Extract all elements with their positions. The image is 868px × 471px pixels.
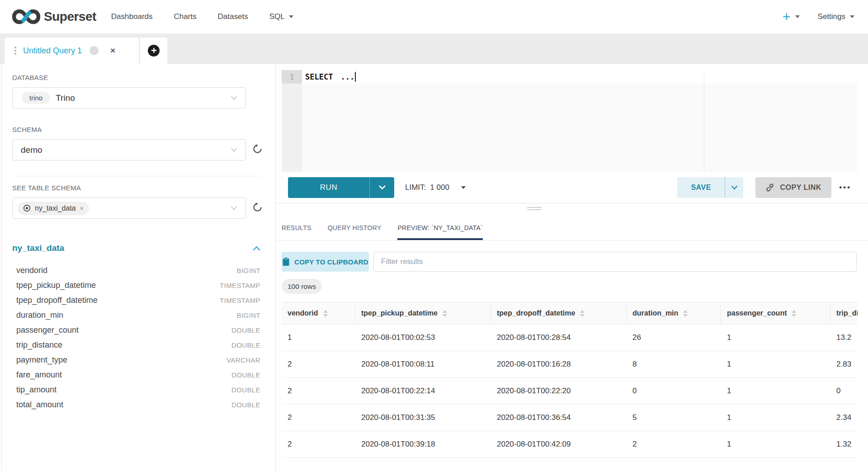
chevron-down-icon[interactable]	[850, 15, 854, 18]
add-tab-button[interactable]	[148, 45, 160, 57]
column-name: passenger_count	[16, 325, 79, 335]
copy-to-clipboard-button[interactable]: COPY TO CLIPBOARD	[282, 252, 369, 272]
table-cell: 2020-08-01T00:28:54	[491, 325, 627, 351]
table-cell: 2020-08-01T00:22:14	[355, 378, 491, 404]
plus-icon	[151, 47, 157, 53]
nav-links: Dashboards Charts Datasets SQL	[111, 12, 315, 21]
drag-handle-icon[interactable]	[14, 47, 16, 55]
pane-drag-handle[interactable]	[527, 207, 542, 210]
editor-code-area[interactable]: SELECT ...	[302, 70, 858, 172]
tab-results[interactable]: RESULTS	[282, 217, 311, 240]
schema-column-row: total_amount DOUBLE	[12, 397, 260, 412]
column-name: duration_min	[16, 311, 63, 320]
column-name: tip_amount	[16, 385, 57, 395]
nav-charts[interactable]: Charts	[174, 12, 197, 21]
table-row: 22020-08-01T00:08:112020-08-01T00:16:288…	[282, 351, 858, 378]
table-chip: ny_taxi_data ×	[18, 202, 89, 215]
table-schema-panel: ny_taxi_data vendorid BIGINT tpep_pickup…	[12, 243, 260, 412]
table-select[interactable]: ny_taxi_data ×	[12, 198, 246, 219]
table-header-cell[interactable]: tpep_pickup_datetime	[355, 302, 491, 324]
table-header-cell[interactable]: trip_distance	[830, 302, 858, 324]
table-header-cell[interactable]: tpep_dropoff_datetime	[491, 302, 627, 324]
table-cell: 2.83	[830, 351, 858, 377]
table-cell: 2	[282, 405, 355, 431]
run-options-caret[interactable]	[370, 185, 394, 190]
chevron-down-icon	[289, 15, 293, 18]
table-cell: 26	[627, 325, 721, 351]
chevron-down-icon[interactable]	[795, 15, 800, 18]
table-cell: 1	[721, 378, 830, 404]
schema-select[interactable]: demo	[12, 139, 246, 160]
sql-editor[interactable]: 1 SELECT ...	[282, 70, 858, 172]
schema-column-row: trip_distance DOUBLE	[12, 338, 260, 353]
sort-icon[interactable]	[580, 310, 585, 317]
table-header-cell[interactable]: duration_min	[627, 302, 721, 324]
settings-menu[interactable]: Settings	[818, 12, 845, 21]
print-margin-line	[704, 70, 704, 172]
table-name-heading[interactable]: ny_taxi_data	[12, 243, 64, 253]
nav-dashboards[interactable]: Dashboards	[111, 12, 153, 21]
remove-table-icon[interactable]: ×	[80, 205, 84, 212]
sidebar-divider	[12, 176, 262, 176]
table-cell: 8	[627, 351, 721, 377]
new-item-button[interactable]: +	[783, 10, 791, 24]
nav-datasets[interactable]: Datasets	[218, 12, 248, 21]
sort-icon[interactable]	[323, 310, 328, 317]
schema-column-row: passenger_count DOUBLE	[12, 323, 260, 338]
save-options-caret[interactable]	[725, 185, 743, 190]
brand[interactable]: Superset	[12, 8, 96, 26]
limit-dropdown[interactable]: LIMIT: 1 000	[405, 183, 466, 192]
schema-column-row: tpep_pickup_datetime TIMESTAMP	[12, 278, 260, 293]
table-header-row: vendorid tpep_pickup_datetime tpep_dropo…	[282, 302, 858, 325]
save-button[interactable]: SAVE	[677, 177, 743, 198]
copy-link-button[interactable]: COPY LINK	[755, 177, 831, 198]
column-type: BIGINT	[237, 267, 260, 274]
line-number: 1	[282, 70, 302, 84]
table-cell: 2	[282, 351, 355, 377]
column-name: payment_type	[16, 355, 67, 365]
column-type: DOUBLE	[231, 401, 260, 409]
sort-icon[interactable]	[683, 310, 688, 317]
close-tab-icon[interactable]: ×	[110, 46, 115, 56]
tab-preview[interactable]: PREVIEW: `NY_TAXI_DATA`	[397, 217, 483, 240]
schema-column-row: fare_amount DOUBLE	[12, 367, 260, 382]
schema-column-row: payment_type VARCHAR	[12, 353, 260, 367]
table-header-cell[interactable]: passenger_count	[721, 302, 830, 324]
query-tabstrip: Untitled Query 1 ×	[0, 34, 868, 64]
sort-icon[interactable]	[443, 310, 447, 317]
column-name: fare_amount	[16, 370, 62, 380]
table-cell: 2020-08-01T00:22:20	[491, 378, 627, 404]
table-cell: 1	[721, 405, 830, 431]
database-badge: trino	[22, 92, 50, 104]
column-name: total_amount	[16, 400, 63, 410]
chevron-down-icon	[231, 147, 237, 152]
tab-untitled-query[interactable]: Untitled Query 1 ×	[5, 38, 139, 64]
nav-sql[interactable]: SQL	[269, 12, 293, 21]
table-cell: 1	[282, 325, 355, 351]
refresh-schema-icon[interactable]	[252, 143, 263, 156]
sort-icon[interactable]	[792, 310, 796, 317]
column-type: TIMESTAMP	[220, 282, 260, 289]
column-type: DOUBLE	[231, 386, 260, 394]
database-value: Trino	[56, 93, 75, 103]
table-header-cell[interactable]: vendorid	[282, 302, 355, 324]
chevron-down-icon	[231, 95, 237, 100]
more-options-button[interactable]: •••	[839, 183, 851, 192]
schema-value: demo	[21, 145, 42, 155]
row-count-badge: 100 rows	[282, 279, 322, 294]
editor-toolbar: RUN LIMIT: 1 000 SAVE	[276, 172, 868, 203]
run-button[interactable]: RUN	[288, 177, 394, 198]
chevron-down-icon	[231, 206, 237, 211]
collapse-chevron-icon[interactable]	[253, 246, 260, 251]
table-row: 22020-08-01T00:39:182020-08-01T00:42:092…	[282, 431, 858, 458]
refresh-table-icon[interactable]	[252, 202, 263, 215]
navbar-right: + Settings	[783, 10, 854, 24]
table-cell: 2020-08-01T00:02:53	[355, 325, 491, 351]
table-row: 22020-08-01T00:22:142020-08-01T00:22:200…	[282, 378, 858, 405]
filter-results-input[interactable]	[373, 252, 857, 272]
table-row: 12020-08-01T00:02:532020-08-01T00:28:542…	[282, 325, 858, 351]
results-table: vendorid tpep_pickup_datetime tpep_dropo…	[282, 302, 858, 458]
database-select[interactable]: trino Trino	[12, 87, 246, 108]
tab-query-history[interactable]: QUERY HISTORY	[328, 217, 382, 240]
table-cell: 0	[830, 378, 858, 404]
